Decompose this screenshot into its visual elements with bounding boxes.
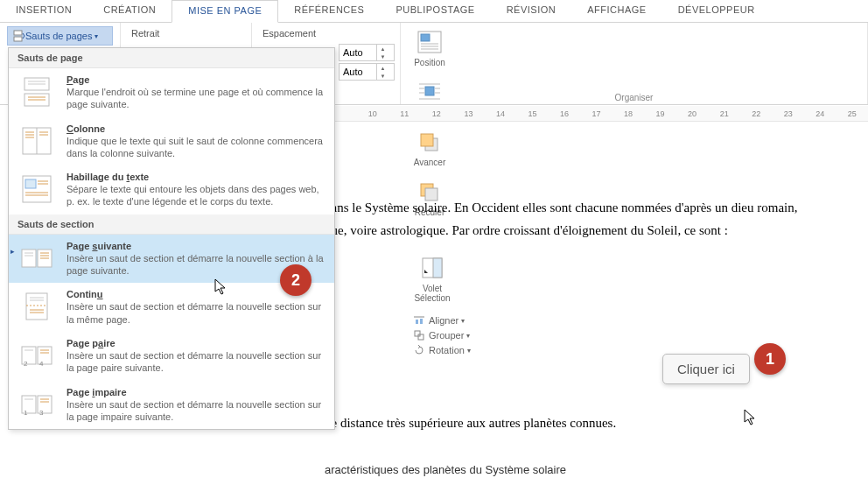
- break-type-icon: [18, 74, 56, 109]
- step-badge-1: 1: [754, 343, 786, 375]
- ruler-mark: 16: [549, 109, 581, 118]
- ruler-mark: 19: [644, 109, 676, 118]
- tab-d-veloppeur[interactable]: DÉVELOPPEUR: [662, 0, 771, 22]
- dropdown-item-title: Page: [66, 74, 326, 85]
- cursor-icon: [744, 409, 758, 430]
- dropdown-item-desc: Insère un saut de section et démarre la …: [66, 349, 326, 375]
- dropdown-item-title: Page impaire: [66, 387, 326, 397]
- horizontal-ruler[interactable]: 10111213141516171819202122232425: [325, 106, 868, 122]
- step-badge-2: 2: [280, 264, 312, 296]
- svg-rect-3: [421, 34, 430, 41]
- svg-text:1: 1: [24, 409, 28, 417]
- spacing-after-spinbox[interactable]: ▲▼: [339, 63, 395, 81]
- page-breaks-dropdown-button[interactable]: Sauts de pages ▾: [7, 26, 113, 46]
- ruler-mark: 21: [708, 109, 740, 118]
- svg-rect-44: [22, 250, 36, 267]
- spin-up-icon[interactable]: ▲: [377, 64, 388, 72]
- ruler-mark: 12: [421, 109, 453, 118]
- organiser-group-label: Organiser: [401, 93, 867, 102]
- document-body[interactable]: dans le Système solaire. En Occident ell…: [325, 127, 859, 482]
- ruler-mark: 10: [357, 109, 389, 118]
- dropdown-item-desc: Insère un saut de section et démarre la …: [66, 398, 326, 424]
- spin-down-icon[interactable]: ▼: [377, 53, 388, 60]
- ruler-mark: 20: [676, 109, 709, 118]
- tab-r-vision[interactable]: RÉVISION: [491, 0, 572, 22]
- ruler-mark: 14: [485, 109, 517, 118]
- doc-line: dans le Système solaire. En Occident ell…: [325, 199, 859, 218]
- dropdown-item-habillage-du-texte[interactable]: Habillage du texteSépare le texte qui en…: [9, 165, 334, 214]
- break-type-icon: [18, 289, 56, 324]
- svg-text:4: 4: [39, 360, 44, 368]
- dropdown-item-desc: Sépare le texte qui entoure les objets d…: [66, 183, 326, 208]
- position-icon: [416, 28, 444, 56]
- tab-r-f-rences[interactable]: RÉFÉRENCES: [278, 0, 380, 22]
- dropdown-item-desc: Indique que le texte qui suit le saut de…: [66, 135, 326, 160]
- dropdown-item-title: Habillage du texte: [66, 172, 326, 182]
- ruler-mark: 24: [804, 109, 836, 118]
- spin-down-icon[interactable]: ▼: [377, 72, 388, 80]
- svg-rect-39: [25, 179, 36, 188]
- svg-text:2: 2: [24, 360, 28, 368]
- ruler-mark: 15: [516, 109, 549, 118]
- indent-label: Retrait: [126, 25, 246, 42]
- ribbon-tabs: INSERTIONCRÉATIONMISE EN PAGERÉFÉRENCESP…: [0, 0, 868, 23]
- chevron-down-icon: ▾: [94, 32, 98, 40]
- svg-rect-1: [14, 37, 22, 41]
- break-type-icon: 13: [18, 387, 56, 422]
- tab-mise-en-page[interactable]: MISE EN PAGE: [172, 0, 278, 23]
- spacing-before-input[interactable]: [340, 47, 376, 58]
- tab-publipostage[interactable]: PUBLIPOSTAGE: [380, 0, 490, 22]
- instruction-tooltip: Cliquer ici: [662, 354, 750, 384]
- ruler-mark: 11: [388, 109, 421, 118]
- doc-line: ne distance très supérieure aux autres p…: [325, 414, 859, 433]
- dropdown-item-title: Colonne: [66, 123, 326, 134]
- dropdown-section-header: Sauts de page: [9, 48, 334, 68]
- dropdown-item-desc: Marque l'endroit où se termine une page …: [66, 86, 326, 111]
- spin-up-icon[interactable]: ▲: [377, 45, 388, 53]
- dropdown-section-header: Sauts de section: [9, 214, 334, 235]
- doc-caption: aractéristiques des planètes du Système …: [325, 462, 859, 479]
- page-breaks-label: Sauts de pages: [25, 31, 92, 41]
- break-type-icon: 24: [18, 338, 56, 373]
- ruler-mark: 17: [580, 109, 612, 118]
- spacing-after-input[interactable]: [340, 67, 376, 77]
- ruler-mark: 22: [740, 109, 773, 118]
- dropdown-item-title: Page suivante: [66, 241, 326, 251]
- svg-rect-0: [14, 31, 22, 35]
- page-break-icon: [13, 30, 25, 42]
- dropdown-item-title: Page paire: [66, 338, 326, 348]
- spacing-before-spinbox[interactable]: ▲▼: [339, 44, 395, 61]
- tab-cr-ation[interactable]: CRÉATION: [88, 0, 172, 22]
- ruler-mark: 18: [612, 109, 645, 118]
- doc-line: que, voire astrologique. Par ordre crois…: [325, 221, 859, 241]
- svg-text:3: 3: [39, 409, 44, 417]
- spacing-label: Espacement: [257, 25, 321, 42]
- position-button[interactable]: Position: [408, 26, 452, 69]
- break-type-icon: [18, 241, 56, 276]
- cursor-icon: [214, 278, 228, 299]
- tab-affichage[interactable]: AFFICHAGE: [571, 0, 662, 22]
- dropdown-item-colonne[interactable]: ColonneIndique que le texte qui suit le …: [9, 117, 334, 166]
- dropdown-item-desc: Insère un saut de section et démarre la …: [66, 300, 326, 326]
- ruler-mark: 13: [452, 109, 485, 118]
- ruler-mark: 23: [772, 109, 804, 118]
- page-breaks-dropdown: Sauts de page PageMarque l'endroit où se…: [8, 47, 335, 430]
- tab-insertion[interactable]: INSERTION: [0, 0, 88, 22]
- dropdown-item-page[interactable]: PageMarque l'endroit où se termine une p…: [9, 68, 334, 117]
- dropdown-item-page-paire[interactable]: 24Page paireInsère un saut de section et…: [9, 332, 334, 381]
- break-type-icon: [18, 172, 56, 207]
- ruler-mark: 25: [836, 109, 869, 118]
- break-type-icon: [18, 123, 56, 158]
- dropdown-item-page-impaire[interactable]: 13Page impaireInsère un saut de section …: [9, 381, 334, 430]
